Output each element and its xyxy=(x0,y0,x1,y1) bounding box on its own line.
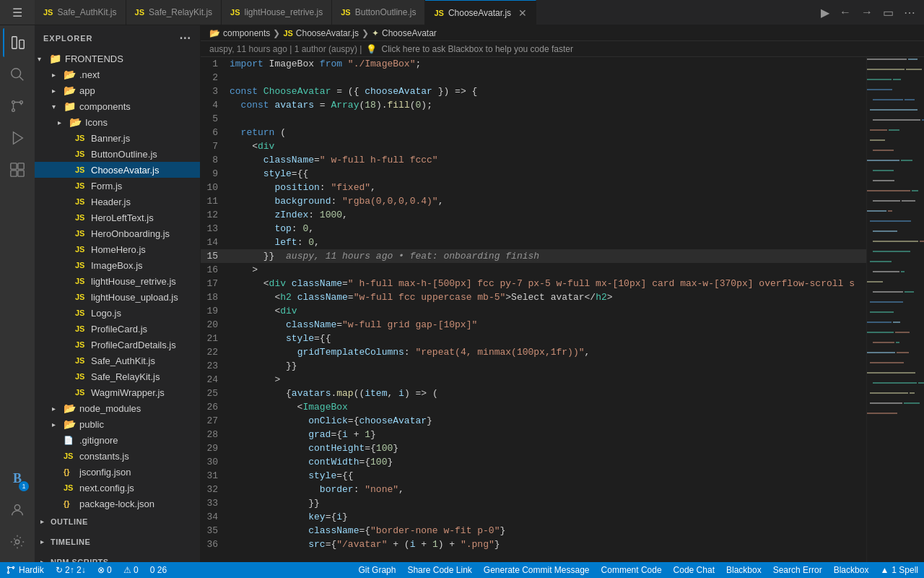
tree-item-imagebox[interactable]: JS ImageBox.js xyxy=(35,257,200,273)
tree-item-wagmi[interactable]: JS WagmiWrapper.js xyxy=(35,384,200,400)
tree-item-header[interactable]: JS Header.js xyxy=(35,194,200,210)
tree-item-package-lock[interactable]: {} package-lock.json xyxy=(35,496,200,512)
next-arrow: ▸ xyxy=(52,71,64,79)
svg-rect-9 xyxy=(11,163,17,169)
tree-item-next-config[interactable]: JS next.config.js xyxy=(35,480,200,496)
sidebar-more-icon[interactable]: ⋯ xyxy=(179,31,191,45)
tree-item-choose-avatar[interactable]: JS ChooseAvatar.js xyxy=(35,162,200,178)
info-item[interactable]: 0 26 xyxy=(144,562,173,578)
go-back-icon[interactable]: ← xyxy=(835,0,855,25)
tree-item-banner[interactable]: JS Banner.js xyxy=(35,130,200,146)
blackbox2-item[interactable]: Blackbox xyxy=(828,562,875,578)
tree-item-form[interactable]: JS Form.js xyxy=(35,178,200,194)
tree-item-frontends[interactable]: ▾ 📁 FRONTENDS xyxy=(35,51,200,66)
tree-item-lighthouse-upload[interactable]: JS lightHouse_upload.js xyxy=(35,289,200,305)
main-area: B 1 EXPLORER ⋯ ▾ 📁 xyxy=(0,25,924,562)
code-line-27: 27 onClick={chooseAvatar} xyxy=(201,414,866,428)
extensions-icon[interactable] xyxy=(3,155,32,184)
status-bar: Hardik ↻ 2↑ 2↓ ⊗ 0 ⚠ 0 0 26 Git Graph Sh… xyxy=(0,562,924,578)
sidebar-header: EXPLORER ⋯ xyxy=(35,25,200,51)
errors-item[interactable]: ⊗ 0 xyxy=(92,562,118,578)
code-line-12: 12 zIndex: 1000, xyxy=(201,208,866,222)
code-line-34: 34 key={i} xyxy=(201,510,866,524)
git-graph-item[interactable]: Git Graph xyxy=(352,562,401,578)
tree-item-safe-relaykit[interactable]: JS Safe_RelayKit.js xyxy=(35,368,200,384)
tree-item-next[interactable]: ▸ 📂 .next xyxy=(35,66,200,82)
tree-item-public[interactable]: ▸ 📂 public xyxy=(35,416,200,432)
more-tabs-icon[interactable]: ⋯ xyxy=(899,0,920,25)
branch-item[interactable]: Hardik xyxy=(0,562,50,578)
code-line-29: 29 contHeight={100} xyxy=(201,441,866,455)
tree-item-safe-authkit[interactable]: JS Safe_AuthKit.js xyxy=(35,353,200,368)
tab-button-outline[interactable]: JS ButtonOutline.js xyxy=(332,0,425,25)
sidebar: EXPLORER ⋯ ▾ 📁 FRONTENDS ▸ 📂 .next xyxy=(35,25,201,562)
code-chat-item[interactable]: Code Chat xyxy=(668,562,720,578)
status-left: Hardik ↻ 2↑ 2↓ ⊗ 0 ⚠ 0 0 26 xyxy=(0,562,173,578)
tree-item-home-hero[interactable]: JS HomeHero.js xyxy=(35,241,200,257)
code-area: 1 import ImageBox from "./ImageBox"; 2 3… xyxy=(201,57,924,562)
share-code-item[interactable]: Share Code Link xyxy=(401,562,477,578)
editor-area: 📂 components ❯ JS ChooseAvatar.js ❯ ✦ Ch… xyxy=(201,25,924,562)
blackbox-icon[interactable]: B 1 xyxy=(3,464,32,493)
code-line-1: 1 import ImageBox from "./ImageBox"; xyxy=(201,57,866,71)
run-button[interactable]: ▶ xyxy=(816,0,834,25)
tree-item-profile-card[interactable]: JS ProfileCard.js xyxy=(35,321,200,337)
sync-item[interactable]: ↻ 2↑ 2↓ xyxy=(50,562,92,578)
errors-label: ⊗ 0 xyxy=(97,565,112,575)
code-line-8: 8 className=" w-full h-full fccc" xyxy=(201,153,866,167)
tab-close-choose-avatar[interactable]: ✕ xyxy=(518,7,527,19)
tab-safe-relaykit[interactable]: JS Safe_RelayKit.js xyxy=(126,0,222,25)
explorer-icon[interactable] xyxy=(3,28,32,57)
breadcrumb: 📂 components ❯ JS ChooseAvatar.js ❯ ✦ Ch… xyxy=(201,25,924,41)
comment-code-item[interactable]: Comment Code xyxy=(596,562,668,578)
settings-icon[interactable] xyxy=(3,527,32,556)
timeline-header[interactable]: ▸ TIMELINE xyxy=(35,535,200,549)
tree-item-constants[interactable]: JS constants.js xyxy=(35,448,200,464)
warnings-item[interactable]: ⚠ 0 xyxy=(118,562,144,578)
tree-item-node-modules[interactable]: ▸ 📂 node_modules xyxy=(35,400,200,416)
tree-item-lighthouse-retrive[interactable]: JS lightHouse_retrive.js xyxy=(35,273,200,289)
tree-item-profile-card-details[interactable]: JS ProfileCardDetails.js xyxy=(35,337,200,353)
tree-item-components[interactable]: ▾ 📁 components xyxy=(35,98,200,114)
svg-point-15 xyxy=(7,566,9,568)
svg-line-3 xyxy=(19,77,23,80)
search-icon[interactable] xyxy=(3,60,32,89)
npm-header[interactable]: ▸ NPM SCRIPTS xyxy=(35,555,200,562)
branch-label: Hardik xyxy=(19,565,44,575)
tree-item-jsconfig[interactable]: {} jsconfig.json xyxy=(35,464,200,480)
svg-point-6 xyxy=(12,109,15,112)
code-line-2: 2 xyxy=(201,71,866,85)
tree-item-button-outline[interactable]: JS ButtonOutline.js xyxy=(35,146,200,162)
code-line-14: 14 left: 0, xyxy=(201,236,866,249)
account-icon[interactable] xyxy=(3,496,32,525)
tab-safe-authkit[interactable]: JS Safe_AuthKit.js xyxy=(35,0,126,25)
run-debug-icon[interactable] xyxy=(3,124,32,152)
spell-item[interactable]: ▲ 1 Spell xyxy=(874,562,924,578)
search-error-item[interactable]: Search Error xyxy=(767,562,828,578)
activity-bar: B 1 xyxy=(0,25,35,562)
code-line-23: 23 }} xyxy=(201,359,866,373)
code-line-30: 30 contWidth={100} xyxy=(201,455,866,469)
code-line-35: 35 className={"border-none w-fit p-0"} xyxy=(201,524,866,538)
commit-msg-item[interactable]: Generate Commit Message xyxy=(478,562,596,578)
tree-item-logo[interactable]: JS Logo.js xyxy=(35,305,200,321)
blackbox-item[interactable]: Blackbox xyxy=(720,562,767,578)
tree-item-app[interactable]: ▸ 📂 app xyxy=(35,82,200,98)
outline-header[interactable]: ▸ OUTLINE xyxy=(35,514,200,529)
code-editor[interactable]: 1 import ImageBox from "./ImageBox"; 2 3… xyxy=(201,57,866,562)
tab-choose-avatar[interactable]: JS ChooseAvatar.js ✕ xyxy=(425,0,536,25)
info-label: 0 26 xyxy=(150,565,167,575)
code-line-22: 22 gridTemplateColumns: "repeat(4, minma… xyxy=(201,345,866,359)
tab-lighthouse-retrive[interactable]: JS lightHouse_retrive.js xyxy=(222,0,332,25)
go-forward-icon[interactable]: → xyxy=(857,0,877,25)
code-line-31: 31 style={{ xyxy=(201,469,866,483)
split-editor-icon[interactable]: ▭ xyxy=(879,0,898,25)
tree-item-hero-onboarding[interactable]: JS HeroOnboarding.js xyxy=(35,225,200,241)
tree-item-gitignore[interactable]: 📄 .gitignore xyxy=(35,432,200,448)
activity-bar-bottom: B 1 xyxy=(3,464,32,562)
tree-item-hero-left[interactable]: JS HeroLeftText.js xyxy=(35,210,200,225)
code-line-10: 10 position: "fixed", xyxy=(201,181,866,194)
tree-item-icons[interactable]: ▸ 📂 Icons xyxy=(35,114,200,130)
outline-section: ▸ OUTLINE xyxy=(35,512,200,532)
source-control-icon[interactable] xyxy=(3,92,32,121)
